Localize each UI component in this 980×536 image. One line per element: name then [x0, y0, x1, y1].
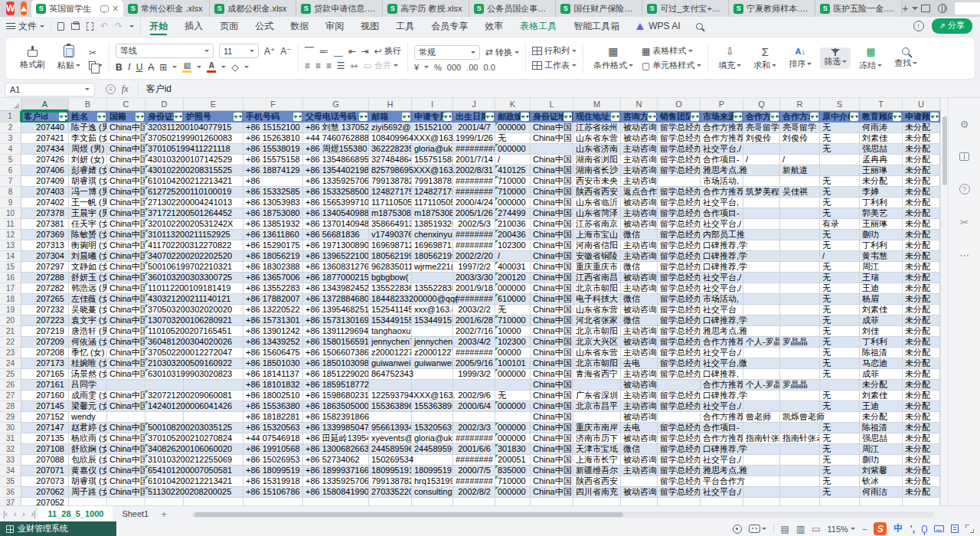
cell[interactable]: China中国: [531, 358, 573, 369]
cell[interactable]: 主动咨询: [621, 165, 658, 176]
cell[interactable]: 杨眉: [860, 294, 903, 305]
decrease-font-icon[interactable]: A⁻: [280, 46, 291, 57]
cell[interactable]: 无: [820, 369, 860, 380]
cell[interactable]: 周江: [860, 262, 903, 273]
distribute-icon[interactable]: ⇿: [351, 60, 358, 71]
convert-button[interactable]: ⇄转换: [485, 47, 519, 58]
cell[interactable]: [820, 380, 860, 391]
cell[interactable]: 207062: [21, 487, 69, 498]
zoom-out-button[interactable]: −: [862, 525, 867, 534]
filter-dropdown-icon[interactable]: [97, 113, 106, 121]
cell[interactable]: z20001227: [369, 348, 412, 358]
fill-button[interactable]: ⇩ 填充: [714, 44, 745, 73]
cell[interactable]: 被动咨询: [621, 198, 658, 208]
cell[interactable]: China中国: [107, 198, 145, 208]
cell[interactable]: [495, 380, 531, 391]
cell[interactable]: China中国: [107, 283, 145, 294]
cell[interactable]: 社交平台,/: [701, 455, 743, 466]
cell[interactable]: 王瑞: [860, 273, 903, 283]
cell[interactable]: 微信: [621, 294, 658, 305]
cell[interactable]: 安徽省铜陵: [573, 251, 621, 262]
cell[interactable]: [369, 412, 412, 423]
row-number[interactable]: 1: [0, 111, 21, 123]
cell[interactable]: 陈敏赟 (女: [69, 230, 107, 240]
column-header-F[interactable]: F: [243, 98, 303, 111]
eye-protection-icon[interactable]: [733, 525, 742, 534]
cell[interactable]: +86 13552283: [243, 283, 303, 294]
cell[interactable]: 000000: [495, 369, 531, 380]
cell[interactable]: +86 13657006: [243, 273, 303, 283]
cell[interactable]: gloria@uk: [412, 433, 453, 444]
cell[interactable]: 天津市宝坻: [573, 444, 621, 455]
cell[interactable]: China中国: [107, 315, 145, 326]
align-bottom-icon[interactable]: ⎽: [334, 46, 343, 57]
cell[interactable]: +86 1300682663: [303, 444, 369, 455]
cell[interactable]: 207135: [21, 433, 69, 444]
header-cell-F[interactable]: 手机号码: [243, 111, 303, 123]
cell[interactable]: 王丽琳: [860, 219, 903, 230]
cell[interactable]: [69, 498, 107, 505]
cell[interactable]: [780, 219, 820, 230]
cell[interactable]: 留学总经办: [658, 305, 701, 315]
cell[interactable]: [820, 498, 860, 505]
cell[interactable]: China中国: [531, 273, 573, 283]
cell[interactable]: [743, 476, 780, 487]
cell[interactable]: China中国: [531, 133, 573, 144]
document-tab[interactable]: S宁夏教师样本.xlsx: [729, 0, 815, 17]
cell[interactable]: 北京市昌平: [573, 401, 621, 412]
cell[interactable]: 主动咨询: [621, 401, 658, 412]
cell[interactable]: 王晨宇 (男: [69, 208, 107, 219]
cell[interactable]: 被动咨询: [621, 273, 658, 283]
cell[interactable]: 956613934: [369, 423, 412, 433]
cell[interactable]: 主动咨询: [621, 391, 658, 401]
cell[interactable]: 511302200208200025: [145, 487, 184, 498]
italic-button[interactable]: I: [128, 61, 131, 73]
cell[interactable]: 无: [820, 315, 860, 326]
cell[interactable]: 无: [820, 326, 860, 337]
filter-dropdown-icon[interactable]: [59, 113, 67, 121]
cell[interactable]: China中国: [531, 155, 573, 165]
cell[interactable]: 153449155: [369, 315, 412, 326]
cell[interactable]: [780, 358, 820, 369]
cell[interactable]: China中国: [107, 423, 145, 433]
cell[interactable]: 无: [820, 123, 860, 133]
cell[interactable]: 山东省东营: [573, 348, 621, 358]
cell[interactable]: [743, 262, 780, 273]
cell[interactable]: 未分配: [903, 315, 940, 326]
header-cell-S[interactable]: 原中介机: [820, 111, 860, 123]
row-number[interactable]: 17: [0, 283, 21, 294]
cell[interactable]: consultingx: [412, 487, 453, 498]
column-header-I[interactable]: I: [412, 98, 453, 111]
cell[interactable]: 500106199702210321: [145, 262, 184, 273]
font-name-select[interactable]: 等线: [116, 44, 214, 58]
cell[interactable]: +86 15152100: [243, 123, 303, 133]
cell[interactable]: 180562199: [369, 251, 412, 262]
cell[interactable]: [145, 412, 184, 423]
wps-ai-button[interactable]: WPS AI: [628, 17, 688, 35]
filter-dropdown-icon[interactable]: [611, 113, 619, 121]
cell[interactable]: 新航道: [780, 165, 820, 176]
cell[interactable]: 济南市历下: [573, 433, 621, 444]
cell[interactable]: [303, 498, 369, 505]
cell[interactable]: 340702200202202520: [145, 251, 184, 262]
cell[interactable]: 370502200012272047: [145, 348, 184, 358]
row-number[interactable]: 10: [0, 208, 21, 219]
filter-dropdown-icon[interactable]: [850, 113, 858, 121]
cell[interactable]: 季忆 (女): [69, 348, 107, 358]
document-tab[interactable]: S可过_支付宝+_滴滴: [642, 0, 729, 17]
cell[interactable]: 刘佳: [860, 326, 903, 337]
cell[interactable]: m1875308(: [369, 208, 412, 219]
cell[interactable]: 合作方推荐: [701, 380, 743, 391]
column-header-B[interactable]: B: [69, 98, 107, 111]
cell[interactable]: 2001/6/28: [453, 315, 495, 326]
align-right-icon[interactable]: ≡: [326, 60, 332, 71]
cell[interactable]: 社交平台,微: [701, 358, 743, 369]
cell[interactable]: 留学总经办: [658, 155, 701, 165]
close-tab-icon[interactable]: ✕: [112, 4, 119, 14]
row-number[interactable]: 31: [0, 433, 21, 444]
cell[interactable]: [145, 380, 184, 391]
cell[interactable]: 合作方推荐: [701, 187, 743, 198]
cell[interactable]: [412, 369, 453, 380]
cell[interactable]: 未分配: [903, 487, 940, 498]
sort-button[interactable]: A↓ 排序: [785, 45, 815, 71]
